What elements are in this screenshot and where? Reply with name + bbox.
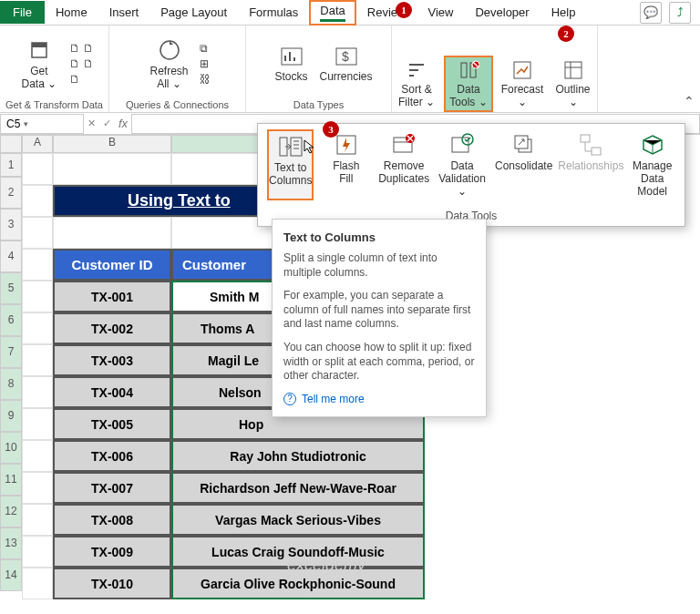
tab-insert[interactable]: Insert (98, 2, 150, 23)
row-header-7[interactable]: 7 (0, 336, 22, 368)
annotation-2: 2 (558, 26, 574, 42)
fx-enter-icon[interactable]: ✓ (99, 118, 115, 129)
stocks-button[interactable]: Stocks (267, 41, 316, 87)
svg-rect-14 (565, 62, 582, 78)
svg-rect-9 (461, 63, 467, 77)
tooltip-p3: You can choose how to split it up: fixed… (283, 341, 475, 384)
cursor-icon (303, 138, 319, 155)
col-header-B[interactable]: B (53, 135, 171, 153)
ribbon-body: Get Data ⌄ 🗋 🗋🗋 🗋🗋 Get & Transform Data … (0, 26, 700, 113)
group-datatypes: Data Types (293, 99, 344, 112)
tab-help[interactable]: Help (540, 2, 587, 23)
tab-formulas[interactable]: Formulas (238, 2, 309, 23)
comments-button[interactable]: 💬 (640, 2, 662, 24)
row-header-8[interactable]: 8 (0, 368, 22, 400)
row-header-5[interactable]: 5 (0, 272, 22, 304)
annotation-3: 3 (323, 121, 339, 138)
annotation-1: 1 (396, 2, 412, 18)
row-header-10[interactable]: 10 (0, 432, 22, 464)
group-get-transform: Get & Transform Data (5, 99, 103, 112)
svg-rect-1 (32, 43, 46, 47)
share-button[interactable]: ⤴ (669, 2, 691, 24)
flash-fill-button[interactable]: Flash Fill (323, 129, 369, 200)
collapse-ribbon-icon[interactable]: ⌃ (684, 94, 695, 108)
data-tools-gallery: Text to Columns Flash Fill Remove Duplic… (257, 123, 685, 227)
ribbon-tabs: File Home Insert Page Layout Formulas Da… (0, 0, 700, 26)
name-box[interactable]: C5 ▾ (0, 114, 84, 134)
tell-me-more-link[interactable]: ? Tell me more (283, 393, 475, 405)
remove-duplicates-button[interactable]: Remove Duplicates (378, 129, 429, 200)
tooltip-title: Text to Columns (283, 230, 475, 244)
cell[interactable] (22, 153, 53, 185)
row-header-14[interactable]: 14 (0, 559, 22, 591)
tab-developer[interactable]: Developer (464, 2, 540, 23)
select-all-corner[interactable] (0, 135, 22, 153)
outline-button[interactable]: Outline ⌄ (549, 56, 598, 112)
row-header-2[interactable]: 2 (0, 177, 22, 209)
tooltip-p2: For example, you can separate a column o… (283, 289, 475, 332)
get-data-small-buttons[interactable]: 🗋 🗋🗋 🗋🗋 (69, 42, 94, 86)
col-header-A[interactable]: A (22, 135, 53, 153)
group-queries: Queries & Connections (126, 99, 229, 112)
relationships-button[interactable]: Relationships (561, 129, 620, 200)
svg-rect-33 (592, 148, 601, 155)
tab-home[interactable]: Home (45, 2, 98, 23)
row-header-9[interactable]: 9 (0, 400, 22, 432)
row-header-4[interactable]: 4 (0, 240, 22, 272)
sort-filter-button[interactable]: Sort & Filter ⌄ (392, 56, 441, 112)
text-to-columns-tooltip: Text to Columns Split a single column of… (272, 219, 487, 417)
svg-rect-18 (291, 138, 302, 156)
data-validation-button[interactable]: Data Validation ⌄ (438, 129, 486, 200)
row-header-11[interactable]: 11 (0, 464, 22, 496)
svg-text:$: $ (342, 49, 349, 64)
consolidate-button[interactable]: Consolidate (495, 129, 552, 200)
forecast-button[interactable]: Forecast ⌄ (498, 56, 547, 112)
header-customer-id[interactable]: Customer ID (53, 249, 171, 281)
fx-label-icon[interactable]: fx (115, 117, 131, 130)
data-tools-button[interactable]: Data Tools ⌄ (444, 56, 493, 112)
tooltip-p1: Split a single column of text into multi… (283, 251, 475, 280)
cell-id[interactable]: TX-001 (53, 281, 171, 312)
tab-data-label: Data (320, 4, 345, 17)
row-header-13[interactable]: 13 (0, 527, 22, 559)
manage-data-model-button[interactable]: Manage Data Model (629, 129, 675, 200)
tab-pagelayout[interactable]: Page Layout (149, 2, 238, 23)
row-header-6[interactable]: 6 (0, 304, 22, 336)
row-header-1[interactable]: 1 (0, 153, 22, 177)
queries-small-buttons[interactable]: ⧉⊞⛓ (200, 42, 211, 86)
currencies-button[interactable]: $ Currencies (322, 41, 371, 87)
svg-rect-32 (581, 135, 590, 142)
fx-cancel-icon[interactable]: ✕ (84, 118, 99, 129)
tab-view[interactable]: View (417, 2, 464, 23)
row-header-12[interactable]: 12 (0, 496, 22, 527)
text-to-columns-button[interactable]: Text to Columns (267, 129, 314, 200)
refresh-all-button[interactable]: Refresh All ⌄ (145, 34, 194, 94)
help-icon: ? (283, 393, 296, 405)
row-header-3[interactable]: 3 (0, 209, 22, 240)
tab-data[interactable]: Data (309, 0, 355, 26)
get-data-button[interactable]: Get Data ⌄ (15, 34, 64, 94)
tab-file[interactable]: File (0, 1, 45, 24)
